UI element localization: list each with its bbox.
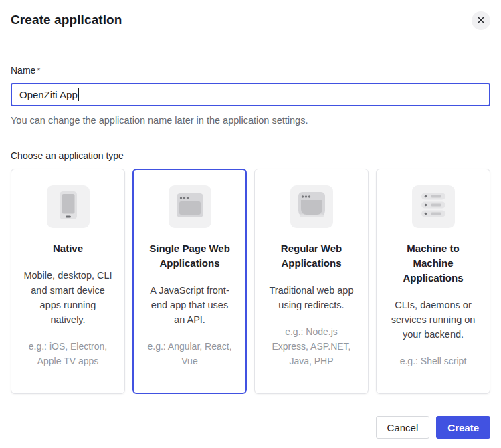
card-examples: e.g.: iOS, Electron, Apple TV apps bbox=[23, 339, 112, 368]
card-description: Traditional web app using redirects. bbox=[267, 283, 356, 312]
application-type-label: Choose an application type bbox=[11, 150, 490, 161]
card-regular-web[interactable]: Regular Web Applications Traditional web… bbox=[254, 169, 369, 394]
icon-tile bbox=[290, 185, 333, 228]
card-native[interactable]: Native Mobile, desktop, CLI and smart de… bbox=[11, 169, 125, 394]
browser-window-icon bbox=[169, 184, 211, 229]
icon-tile bbox=[169, 185, 211, 228]
cancel-button[interactable]: Cancel bbox=[376, 416, 430, 439]
name-input[interactable]: OpenZiti App bbox=[11, 83, 490, 106]
card-description: A JavaScript front-end app that uses an … bbox=[145, 283, 234, 327]
modal-title: Create application bbox=[11, 13, 122, 27]
close-icon bbox=[477, 16, 485, 26]
phone-icon bbox=[47, 184, 90, 229]
close-button[interactable] bbox=[472, 11, 490, 30]
card-title: Native bbox=[23, 241, 112, 256]
card-single-page-web[interactable]: Single Page Web Applications A JavaScrip… bbox=[132, 169, 247, 394]
card-examples: e.g.: Shell script bbox=[389, 354, 478, 368]
card-description: Mobile, desktop, CLI and smart device ap… bbox=[23, 268, 112, 327]
name-label-text: Name bbox=[11, 65, 35, 76]
modal-header: Create application bbox=[11, 0, 490, 30]
icon-tile bbox=[47, 185, 90, 228]
create-application-modal: Create application Name* OpenZiti App Yo… bbox=[0, 0, 501, 448]
card-title: Single Page Web Applications bbox=[145, 241, 234, 271]
card-title: Machine to Machine Applications bbox=[400, 241, 467, 286]
required-marker: * bbox=[37, 66, 40, 76]
card-title: Regular Web Applications bbox=[267, 241, 356, 271]
name-input-value: OpenZiti App bbox=[19, 89, 78, 100]
card-examples: e.g.: Node.js Express, ASP.NET, Java, PH… bbox=[267, 324, 356, 368]
card-machine-to-machine[interactable]: Machine to Machine Applications CLIs, da… bbox=[376, 169, 490, 394]
card-examples: e.g.: Angular, React, Vue bbox=[145, 339, 234, 368]
server-list-icon bbox=[412, 184, 455, 229]
modal-footer: Cancel Create bbox=[11, 416, 490, 439]
name-help-text: You can change the application name late… bbox=[11, 115, 490, 126]
application-type-cards: Native Mobile, desktop, CLI and smart de… bbox=[11, 169, 490, 394]
web-server-window-icon bbox=[290, 184, 333, 229]
card-description: CLIs, daemons or services running on you… bbox=[389, 298, 478, 342]
name-label: Name* bbox=[11, 65, 490, 76]
create-button[interactable]: Create bbox=[436, 416, 490, 439]
text-cursor bbox=[78, 88, 80, 101]
icon-tile bbox=[412, 185, 455, 228]
